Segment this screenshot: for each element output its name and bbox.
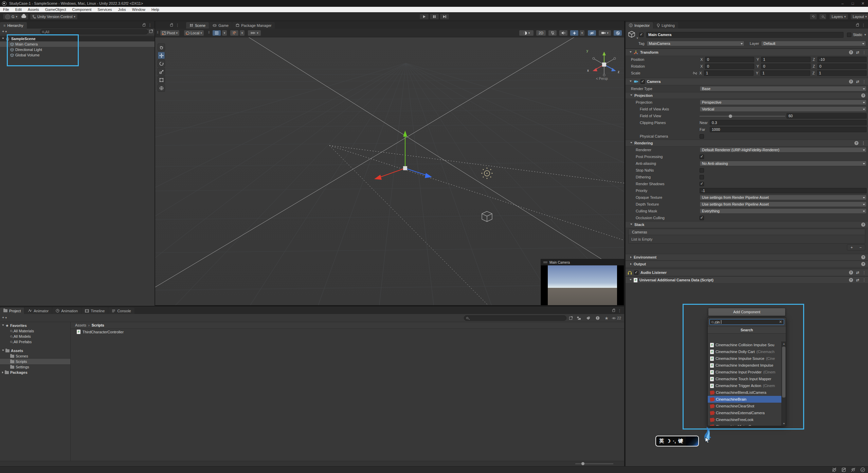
help-icon[interactable]: ? xyxy=(861,223,865,227)
scrollbar-thumb[interactable] xyxy=(782,347,785,398)
open-search-window-icon[interactable] xyxy=(569,317,572,320)
component-menu-icon[interactable]: ⋮ xyxy=(862,270,866,275)
hidden-objects-toggle-button[interactable] xyxy=(587,30,596,36)
help-icon[interactable]: ? xyxy=(849,80,853,84)
panel-menu-icon[interactable]: ⋮ xyxy=(148,23,152,28)
favorites-item[interactable]: All Materials xyxy=(0,328,70,334)
help-icon[interactable]: ? xyxy=(861,262,865,266)
rotation-z-field[interactable]: 0 xyxy=(817,64,867,69)
orientation-toggle-button[interactable]: Local▾ xyxy=(184,30,204,36)
anti-aliasing-dropdown[interactable]: No Anti-aliasing xyxy=(700,161,867,166)
component-result-item[interactable]: # Cinemachine Input Provider (Cinem xyxy=(708,369,781,375)
menu-item[interactable]: Jobs xyxy=(115,7,129,12)
help-icon[interactable]: ? xyxy=(849,270,853,275)
position-x-field[interactable]: 0 xyxy=(705,57,754,62)
tab-console[interactable]: Console xyxy=(108,308,134,314)
hierarchy-item[interactable]: Directional Light xyxy=(0,47,155,52)
transform-header[interactable]: Transform ? ⇄ ⋮ xyxy=(626,49,868,56)
component-search-input[interactable]: cin ✕ xyxy=(709,319,784,325)
rotation-x-field[interactable]: 0 xyxy=(705,64,754,69)
project-folder[interactable]: Scripts xyxy=(0,359,70,364)
presets-icon[interactable]: ⇄ xyxy=(856,278,859,282)
camera-component-header[interactable]: ✓ Camera ? ⇄ ⋮ xyxy=(626,78,868,85)
tab-scene[interactable]: Scene xyxy=(186,22,209,29)
component-result-item[interactable]: # CinemachineClearShot xyxy=(708,403,781,409)
scroll-down-icon[interactable]: ▼ xyxy=(782,421,786,426)
asset-file-row[interactable]: # ThirdCharacterController xyxy=(71,329,624,334)
menu-item[interactable]: Help xyxy=(148,7,162,12)
transform-tool-button[interactable] xyxy=(158,84,165,92)
position-z-field[interactable]: -10 xyxy=(817,57,867,62)
component-result-item[interactable]: # Cinemachine Dolly Cart (Cinemach xyxy=(708,348,781,355)
step-button[interactable] xyxy=(440,14,449,20)
component-result-item[interactable]: # CinemachineBrain xyxy=(708,396,781,403)
rotate-tool-button[interactable] xyxy=(158,60,165,67)
component-result-item[interactable]: # CinemachineExternalCamera xyxy=(708,409,781,416)
gizmos-toggle-button[interactable] xyxy=(613,30,622,36)
menu-item[interactable]: Edit xyxy=(12,7,25,12)
hierarchy-scene-root[interactable]: SampleScene xyxy=(0,36,155,41)
undo-history-button[interactable] xyxy=(810,14,817,20)
stack-add-button[interactable]: + xyxy=(847,245,856,250)
favorites-item[interactable]: All Prefabs xyxy=(0,339,70,345)
grid-options-dropdown[interactable]: ▾ xyxy=(222,30,227,36)
panel-menu-icon[interactable]: ⋮ xyxy=(862,23,865,28)
maximize-button[interactable]: □ xyxy=(848,0,858,7)
output-foldout[interactable]: Output ? xyxy=(626,261,868,267)
rotation-y-field[interactable]: 0 xyxy=(761,64,810,69)
static-flags-dropdown[interactable]: ▾ xyxy=(864,33,866,36)
tab-animator[interactable]: Animator xyxy=(24,308,52,314)
grid-visibility-button[interactable] xyxy=(212,30,221,36)
priority-field[interactable]: -1 xyxy=(700,188,867,193)
lock-icon[interactable] xyxy=(856,24,859,27)
tab-inspector[interactable]: Inspector xyxy=(626,22,653,29)
scroll-up-icon[interactable]: ▲ xyxy=(782,341,786,346)
scale-z-field[interactable]: 1 xyxy=(817,70,867,76)
ime-status-bar[interactable]: 英 ☽ ·, 键 xyxy=(655,436,699,446)
hierarchy-item[interactable]: Main Camera xyxy=(0,41,155,47)
foldout-open-icon[interactable] xyxy=(2,38,4,40)
component-result-item[interactable]: # CinemachineBlendListCamera xyxy=(708,389,781,396)
presets-icon[interactable]: ⇄ xyxy=(856,80,859,84)
help-icon[interactable]: ? xyxy=(849,50,853,54)
physical-camera-checkbox[interactable]: ✓ xyxy=(700,134,704,139)
favorites-root[interactable]: ★ Favorites xyxy=(0,323,70,328)
measure-tool-button[interactable]: ▾ xyxy=(248,30,261,36)
component-menu-icon[interactable]: ⋮ xyxy=(862,278,866,282)
scene-camera-dropdown[interactable]: ▾ xyxy=(598,30,611,36)
pivot-toggle-button[interactable]: Pivot▾ xyxy=(160,30,180,36)
slider-knob[interactable] xyxy=(581,462,584,465)
auto-refresh-disabled-icon[interactable] xyxy=(851,467,856,472)
create-menu-button[interactable]: + ▾ xyxy=(2,29,7,33)
projection-foldout[interactable]: Projection ? xyxy=(626,92,868,99)
cloud-button[interactable] xyxy=(19,14,29,20)
hierarchy-item[interactable]: Global Volume xyxy=(0,52,155,58)
static-checkbox[interactable]: ✓ xyxy=(847,33,851,37)
project-folder[interactable]: Settings xyxy=(0,364,70,370)
help-icon[interactable]: ? xyxy=(861,93,865,98)
menu-item[interactable]: Component xyxy=(69,7,94,12)
2d-toggle-button[interactable]: 2D xyxy=(536,30,546,36)
depth-texture-dropdown[interactable]: Use settings from Render Pipeline Asset xyxy=(700,202,867,207)
slider-knob[interactable] xyxy=(729,115,732,118)
fov-axis-dropdown[interactable]: Vertical xyxy=(700,106,867,112)
thumbnail-zoom-slider[interactable] xyxy=(575,463,613,464)
component-menu-icon[interactable]: ⋮ xyxy=(862,50,866,55)
add-component-button[interactable]: Add Component xyxy=(708,308,785,316)
component-result-item[interactable]: # Cinemachine Independent Impulse xyxy=(708,362,781,369)
layout-dropdown[interactable]: Layout ▾ xyxy=(850,14,868,20)
search-button[interactable] xyxy=(819,14,827,20)
asset-type-filter-button[interactable] xyxy=(575,315,583,321)
gameobject-enabled-checkbox[interactable]: ✓ xyxy=(639,33,644,37)
label-filter-button[interactable] xyxy=(584,315,592,321)
scale-y-field[interactable]: 1 xyxy=(760,70,810,76)
audio-toggle-button[interactable] xyxy=(559,30,568,36)
render-shadows-checkbox[interactable]: ✓ xyxy=(700,182,704,186)
tab-package-manager[interactable]: Package Manager xyxy=(232,22,275,29)
lighting-toggle-button[interactable] xyxy=(548,30,557,36)
component-result-item[interactable]: # Cinemachine Impulse Source (Cine xyxy=(708,355,781,362)
help-icon[interactable]: ? xyxy=(861,255,865,259)
fov-value-field[interactable]: 60 xyxy=(786,113,867,119)
popup-scrollbar[interactable]: ▲ ▼ xyxy=(781,341,786,426)
open-search-window-icon[interactable] xyxy=(149,30,152,33)
